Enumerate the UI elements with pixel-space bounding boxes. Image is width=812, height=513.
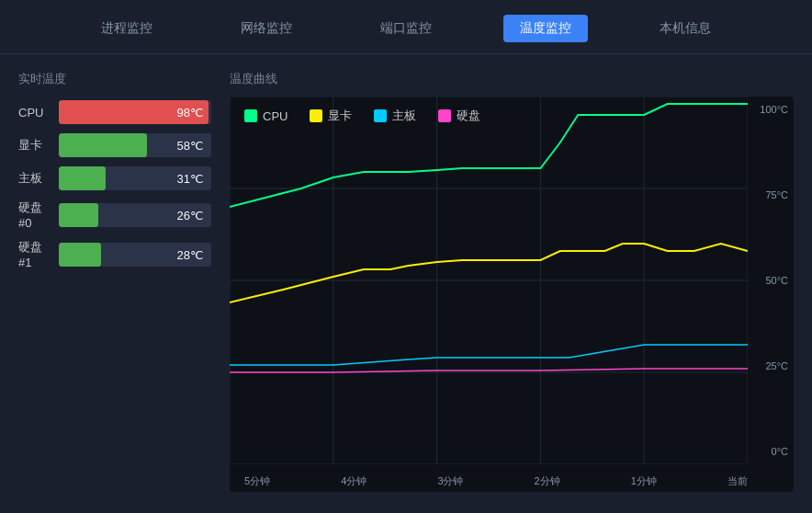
top-navigation: 进程监控 网络监控 端口监控 温度监控 本机信息 [0,0,812,54]
temp-row-disk1: 硬盘#1 28℃ [18,239,211,269]
gpu-line [230,244,748,302]
x-axis: 5分钟 4分钟 3分钟 2分钟 1分钟 当前 [244,474,748,488]
nav-local-info[interactable]: 本机信息 [643,15,727,42]
legend-cpu: CPU [244,108,288,124]
motherboard-line [230,345,748,365]
y-label-0: 0°C [772,446,788,457]
legend-disk: 硬盘 [438,108,480,124]
temp-fill-disk1 [59,243,101,267]
legend-label-mb: 主板 [392,108,416,124]
legend-label-cpu: CPU [263,109,288,123]
temp-row-motherboard: 主板 31℃ [18,166,211,190]
legend-dot-disk [438,109,451,122]
nav-process[interactable]: 进程监控 [85,15,169,42]
temp-fill-disk0 [59,203,98,227]
temp-row-cpu: CPU 98℃ [18,100,211,124]
legend-dot-gpu [310,109,322,122]
y-label-50: 50°C [765,275,788,286]
chart-legend: CPU 显卡 主板 硬盘 [244,108,480,124]
temp-label-disk1: 硬盘#1 [18,239,51,269]
chart-title: 温度曲线 [230,71,794,87]
x-label-current: 当前 [727,474,748,488]
y-label-75: 75°C [765,189,788,200]
temp-label-motherboard: 主板 [18,170,51,187]
y-label-25: 25°C [765,360,788,371]
temp-bar-cpu: 98℃ [59,100,211,124]
legend-label-disk: 硬盘 [457,108,480,124]
legend-motherboard: 主板 [374,108,416,124]
temp-bar-disk0: 26℃ [59,203,211,227]
y-label-100: 100°C [760,104,788,115]
temp-label-disk0: 硬盘#0 [18,200,51,230]
temp-value-motherboard: 31℃ [177,172,204,186]
x-label-5min: 5分钟 [244,474,270,488]
nav-temperature[interactable]: 温度监控 [503,15,588,42]
chart-svg [230,97,748,464]
temp-value-disk0: 26℃ [177,208,204,222]
left-section-title: 实时温度 [18,71,211,87]
temp-label-gpu: 显卡 [18,137,51,154]
temp-value-disk1: 28℃ [177,247,204,261]
nav-port[interactable]: 端口监控 [364,15,448,42]
chart-panel: 温度曲线 CPU 显卡 主板 硬盘 [230,71,794,505]
legend-dot-cpu [244,109,257,122]
legend-gpu: 显卡 [310,108,352,124]
temperature-chart: CPU 显卡 主板 硬盘 100°C 75°C 50°C [230,97,794,492]
y-axis: 100°C 75°C 50°C 25°C 0°C [760,97,788,464]
temp-bar-gpu: 58℃ [59,133,211,157]
legend-label-gpu: 显卡 [328,108,352,124]
temp-value-cpu: 98℃ [177,106,204,120]
x-label-3min: 3分钟 [437,474,463,488]
temp-bar-motherboard: 31℃ [59,166,211,190]
nav-network[interactable]: 网络监控 [224,15,309,42]
legend-dot-mb [374,109,387,122]
x-label-1min: 1分钟 [631,474,657,488]
temp-fill-motherboard [59,166,106,190]
temp-row-disk0: 硬盘#0 26℃ [18,200,211,230]
temp-fill-gpu [59,133,147,157]
main-content: 实时温度 CPU 98℃ 显卡 58℃ 主板 31℃ [0,54,812,513]
temp-label-cpu: CPU [18,106,51,120]
x-label-2min: 2分钟 [535,474,560,488]
temp-value-gpu: 58℃ [177,139,204,153]
disk-line [230,369,748,372]
temp-bar-disk1: 28℃ [59,243,211,267]
realtime-temperature-panel: 实时温度 CPU 98℃ 显卡 58℃ 主板 31℃ [18,71,211,505]
x-label-4min: 4分钟 [341,474,367,488]
temp-row-gpu: 显卡 58℃ [18,133,211,157]
